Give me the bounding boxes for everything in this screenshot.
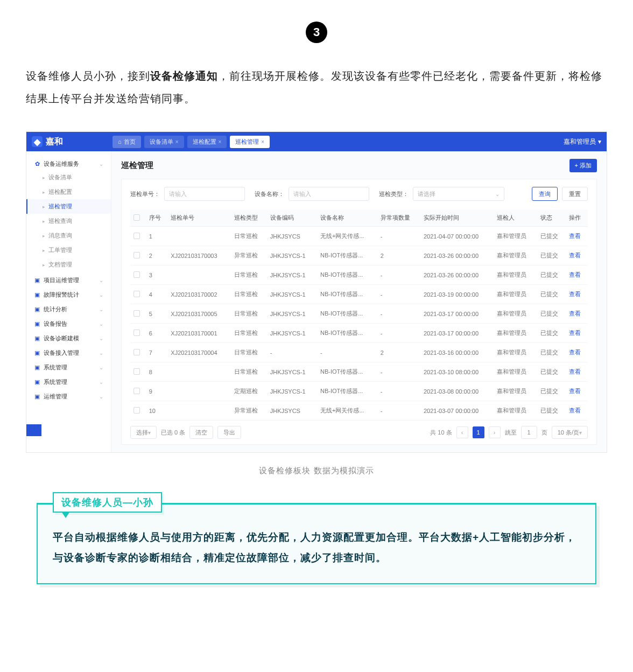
chevron-down-icon: ⌄	[99, 350, 103, 356]
page-next[interactable]: ›	[489, 426, 501, 438]
row-checkbox[interactable]	[133, 407, 140, 414]
close-icon[interactable]: ×	[175, 139, 179, 145]
screenshot-caption: 设备检修板块 数据为模拟演示	[26, 466, 607, 476]
sidebar-item[interactable]: ▸巡检查询	[26, 214, 111, 228]
row-checkbox[interactable]	[133, 349, 140, 355]
close-icon[interactable]: ×	[219, 139, 222, 145]
logo-icon: ◆	[32, 136, 43, 147]
selected-count: 已选 0 条	[161, 429, 185, 437]
gear-icon: ✿	[34, 161, 40, 167]
intro-before: 设备维修人员小孙，接到	[26, 70, 150, 82]
table-row: 6XJ202103170001日常巡检JHKJSYCS-1NB-IOT传感器..…	[130, 324, 588, 343]
tab-bar: ⌂ 首页设备清单 ×巡检配置 ×巡检管理 ×	[112, 136, 270, 148]
module-icon: ▣	[34, 350, 40, 356]
search-button[interactable]: 查询	[532, 187, 558, 201]
sidebar-group[interactable]: ▣项目运维管理⌄	[26, 272, 111, 286]
table-header: 巡检类型	[231, 209, 267, 227]
chevron-down-icon: ▾	[598, 138, 601, 145]
table-header: 状态	[537, 209, 566, 227]
chevron-down-icon: ▾	[148, 430, 151, 436]
table-header	[130, 209, 146, 227]
total-count: 共 10 条	[430, 429, 452, 437]
select-dropdown[interactable]: 选择 ▾	[130, 426, 157, 439]
sidebar-item[interactable]: ▸设备清单	[26, 170, 111, 185]
quote-block: 设备维修人员—小孙 平台自动根据维修人员与使用方的距离，优先分配，人力资源配置更…	[37, 503, 596, 584]
view-link[interactable]: 查看	[569, 233, 581, 239]
row-checkbox[interactable]	[133, 330, 140, 336]
content-panel: 巡检单号： 请输入 设备名称： 请输入 巡检类型： 请选择 ⌄	[121, 179, 597, 445]
sidebar-item[interactable]: ▸工单管理	[26, 243, 111, 257]
view-link[interactable]: 查看	[569, 368, 581, 375]
clear-button[interactable]: 清空	[189, 426, 213, 439]
tab-巡检管理[interactable]: 巡检管理 ×	[230, 136, 270, 148]
table-header: 序号	[146, 209, 168, 227]
sidebar-group[interactable]: ▣统计分析⌄	[26, 301, 111, 316]
table-header: 操作	[566, 209, 588, 227]
view-link[interactable]: 查看	[569, 310, 581, 317]
filter-name-input[interactable]: 请输入	[289, 187, 369, 201]
row-checkbox[interactable]	[133, 252, 140, 258]
chevron-down-icon: ⌄	[99, 306, 103, 312]
caret-icon: ▸	[43, 233, 45, 239]
row-checkbox[interactable]	[133, 310, 140, 317]
view-link[interactable]: 查看	[569, 330, 581, 336]
user-menu[interactable]: 嘉和管理员 ▾	[564, 137, 601, 146]
tab-首页[interactable]: ⌂ 首页	[112, 136, 141, 148]
sidebar-group[interactable]: ▣系统管理⌄	[26, 374, 111, 388]
sidebar-group[interactable]: ▣设备诊断建模⌄	[26, 330, 111, 345]
view-link[interactable]: 查看	[569, 407, 581, 414]
row-checkbox[interactable]	[133, 291, 140, 297]
sidebar-collapse[interactable]	[26, 424, 41, 436]
tab-巡检配置[interactable]: 巡检配置 ×	[187, 136, 227, 148]
sidebar-item[interactable]: ▸巡检配置	[26, 185, 111, 199]
checkbox-all[interactable]	[133, 214, 140, 221]
sidebar-group-ops[interactable]: ✿ 设备运维服务 ⌄	[26, 156, 111, 170]
filter-type-select[interactable]: 请选择 ⌄	[413, 187, 504, 201]
caret-icon: ▸	[43, 175, 45, 180]
app-screenshot: ◆ 嘉和 ⌂ 首页设备清单 ×巡检配置 ×巡检管理 × 嘉和管理员 ▾ ✿ 设备…	[26, 131, 607, 453]
reset-button[interactable]: 重置	[562, 187, 588, 201]
jump-input[interactable]: 1	[521, 426, 537, 439]
page-size-select[interactable]: 10 条/页 ▾	[552, 426, 588, 439]
tab-设备清单[interactable]: 设备清单 ×	[144, 136, 184, 148]
sidebar-item[interactable]: ▸消息查询	[26, 228, 111, 243]
sidebar-group[interactable]: ▣设备报告⌄	[26, 316, 111, 330]
close-icon[interactable]: ×	[261, 139, 264, 145]
sidebar-item[interactable]: ▸巡检管理	[26, 199, 111, 214]
intro-paragraph: 设备维修人员小孙，接到设备检修通知，前往现场开展检修。发现该设备有些零件已经老化…	[26, 65, 607, 110]
sidebar-group[interactable]: ▣设备接入管理⌄	[26, 345, 111, 359]
row-checkbox[interactable]	[133, 233, 140, 239]
user-label: 嘉和管理员	[564, 137, 596, 146]
module-icon: ▣	[34, 292, 40, 298]
caret-icon: ▸	[43, 248, 45, 253]
view-link[interactable]: 查看	[569, 271, 581, 278]
filter-type-label: 巡检类型：	[379, 190, 409, 198]
step-badge: 3	[306, 22, 327, 43]
row-checkbox[interactable]	[133, 388, 140, 394]
module-icon: ▣	[34, 306, 40, 313]
view-link[interactable]: 查看	[569, 291, 581, 297]
page-prev[interactable]: ‹	[456, 426, 468, 438]
jump-post: 页	[541, 429, 547, 437]
sidebar-item[interactable]: ▸文档管理	[26, 257, 111, 272]
page-title: 巡检管理	[121, 160, 153, 171]
page-current[interactable]: 1	[473, 426, 484, 438]
sidebar-group[interactable]: ▣故障报警统计⌄	[26, 286, 111, 301]
view-link[interactable]: 查看	[569, 252, 581, 258]
sidebar-group[interactable]: ▣运维管理⌄	[26, 388, 111, 403]
view-link[interactable]: 查看	[569, 388, 581, 394]
pager: 选择 ▾ 已选 0 条 清空 导出 共 10 条 ‹ 1 › 跳至 1 页 10…	[130, 426, 588, 439]
table-header: 巡检单号	[167, 209, 230, 227]
table-row: 4XJ202103170002日常巡检JHKJSYCS-1NB-IOT传感器..…	[130, 285, 588, 304]
view-link[interactable]: 查看	[569, 349, 581, 355]
row-checkbox[interactable]	[133, 368, 140, 375]
row-checkbox[interactable]	[133, 271, 140, 278]
sidebar-group[interactable]: ▣系统管理⌄	[26, 359, 111, 374]
caret-icon: ▸	[43, 262, 45, 268]
module-icon: ▣	[34, 379, 40, 386]
export-button[interactable]: 导出	[217, 426, 241, 439]
caret-icon: ▸	[43, 190, 45, 195]
add-button[interactable]: + 添加	[569, 159, 597, 172]
sidebar-group-label: 设备运维服务	[44, 160, 79, 168]
filter-no-input[interactable]: 请输入	[164, 187, 245, 201]
